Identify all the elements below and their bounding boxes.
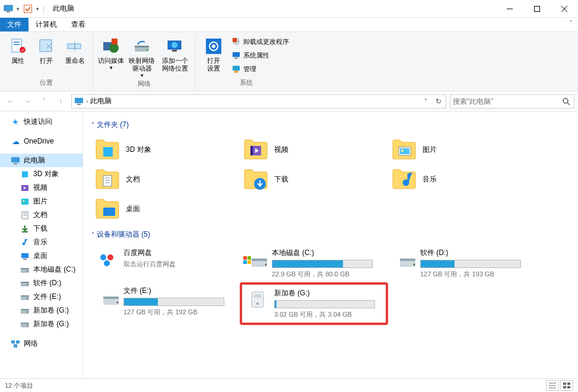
sidebar-item-label: 文件 (E:) <box>33 292 61 302</box>
sidebar-item-onedrive[interactable]: ☁ OneDrive <box>0 135 82 148</box>
item-icon <box>20 197 30 206</box>
svg-point-59 <box>27 311 28 313</box>
properties-icon <box>8 37 27 56</box>
sidebar-item[interactable]: 本地磁盘 (C:) <box>0 263 82 276</box>
sidebar-item[interactable]: 桌面 <box>0 249 82 263</box>
drive-name: 百度网盘 <box>123 248 236 258</box>
section-drives-header[interactable]: ˅ 设备和驱动器 (5) <box>91 227 570 244</box>
tab-view[interactable]: 查看 <box>64 18 93 31</box>
monitor-net-icon <box>166 37 185 56</box>
svg-rect-86 <box>243 260 247 264</box>
drive-item[interactable]: 本地磁盘 (C:)22.9 GB 可用，共 80.0 GB <box>240 244 388 282</box>
svg-rect-84 <box>243 256 247 260</box>
folder-item[interactable]: 图片 <box>388 135 536 164</box>
sidebar-item[interactable]: 软件 (D:) <box>0 276 82 290</box>
folder-icon <box>95 137 120 162</box>
item-icon <box>20 211 30 220</box>
svg-rect-63 <box>11 340 15 343</box>
chevron-down-icon: ▾ <box>110 65 113 71</box>
sidebar-item-label: 下载 <box>33 224 47 234</box>
uninstall-button[interactable]: 卸载或更改程序 <box>229 36 291 47</box>
recent-dropdown[interactable]: ˅ <box>37 94 51 109</box>
minimize-button[interactable] <box>496 0 523 18</box>
svg-point-15 <box>109 43 119 53</box>
sidebar-item[interactable]: 图片 <box>0 195 82 208</box>
maximize-button[interactable] <box>523 0 551 18</box>
sidebar-item[interactable]: 3D 对象 <box>0 167 82 181</box>
tab-computer[interactable]: 计算机 <box>28 18 64 31</box>
refresh-button[interactable]: ↻ <box>433 95 444 107</box>
forward-button[interactable]: → <box>20 94 34 109</box>
drive-item[interactable]: 软件 (D:)127 GB 可用，共 193 GB <box>388 244 536 282</box>
breadcrumb[interactable]: › 此电脑 ˅ ↻ <box>71 94 446 109</box>
breadcrumb-dropdown[interactable]: ˅ <box>420 95 431 107</box>
sidebar-item[interactable]: 新加卷 (G:) <box>0 304 82 317</box>
close-button[interactable] <box>551 0 578 18</box>
dropdown-icon[interactable]: ▾ <box>17 6 20 12</box>
open-button[interactable]: 打开 <box>33 34 59 65</box>
checkbox-icon[interactable] <box>23 4 33 14</box>
view-details-button[interactable] <box>546 380 559 391</box>
svg-rect-58 <box>21 309 29 310</box>
search-box[interactable] <box>450 94 574 109</box>
sidebar-item-quickaccess[interactable]: ★ 快速访问 <box>0 115 82 129</box>
item-icon <box>20 224 30 234</box>
map-network-button[interactable]: 映射网络 驱动器 ▾ <box>126 34 157 78</box>
folder-item[interactable]: 桌面 <box>91 194 240 224</box>
chevron-right-icon[interactable]: › <box>86 98 88 104</box>
section-folders-header[interactable]: ˅ 文件夹 (7) <box>91 117 570 135</box>
svg-rect-9 <box>14 44 20 45</box>
folder-item[interactable]: 音乐 <box>388 164 536 194</box>
add-netloc-button[interactable]: 添加一个 网络位置 <box>160 34 190 72</box>
sidebar-item-label: 视频 <box>33 183 47 193</box>
sidebar-item[interactable]: 下载 <box>0 222 82 235</box>
sysprops-button[interactable]: 系统属性 <box>229 49 291 61</box>
access-media-button[interactable]: 访问媒体 ▾ <box>98 34 124 71</box>
sidebar-item[interactable]: 文件 (E:) <box>0 290 82 304</box>
svg-rect-104 <box>567 383 570 385</box>
drive-item[interactable]: 文件 (E:)127 GB 可用，共 192 GB <box>91 282 240 325</box>
drive-name: 本地磁盘 (C:) <box>272 248 385 258</box>
search-input[interactable] <box>453 97 561 106</box>
sidebar-item[interactable]: 音乐 <box>0 235 82 249</box>
svg-point-33 <box>563 98 568 103</box>
svg-rect-105 <box>563 386 566 388</box>
folder-item[interactable]: 下载 <box>240 164 388 194</box>
properties-button[interactable]: 属性 <box>5 34 31 65</box>
svg-point-83 <box>104 260 110 266</box>
view-icons-button[interactable] <box>560 380 573 391</box>
folder-item[interactable]: 视频 <box>240 135 388 164</box>
ribbon-collapse-icon[interactable]: ˆ <box>570 20 572 28</box>
drive-item[interactable]: 新加卷 (G:)3.02 GB 可用，共 3.04 GB <box>240 282 388 325</box>
tab-file[interactable]: 文件 <box>0 18 28 31</box>
svg-rect-0 <box>4 5 12 11</box>
up-button[interactable]: ↑ <box>53 94 68 109</box>
folder-icon <box>95 196 120 221</box>
sidebar-item[interactable]: 文档 <box>0 208 82 222</box>
folder-item[interactable]: 文档 <box>91 164 240 194</box>
body: ★ 快速访问 ☁ OneDrive 此电脑 3D 对象视频图片文档下载音乐桌面本… <box>0 111 578 378</box>
svg-rect-2 <box>24 5 32 12</box>
search-icon[interactable] <box>561 96 571 107</box>
drive-item[interactable]: 百度网盘双击运行百度网盘 <box>91 244 240 282</box>
drive-capacity-text: 22.9 GB 可用，共 80.0 GB <box>272 270 385 279</box>
chevron-down-icon: ˅ <box>91 231 94 238</box>
manage-icon <box>231 64 241 74</box>
sidebar-item[interactable]: 视频 <box>0 181 82 195</box>
folder-item[interactable]: 3D 对象 <box>91 135 240 164</box>
drive-name: 文件 (E:) <box>123 286 236 296</box>
svg-rect-35 <box>11 157 20 162</box>
sidebar-item-network[interactable]: 网络 <box>0 337 82 350</box>
rename-button[interactable]: 重命名 <box>62 34 88 65</box>
open-settings-button[interactable]: 打开 设置 <box>201 34 227 72</box>
breadcrumb-text[interactable]: 此电脑 <box>90 96 112 106</box>
svg-rect-12 <box>68 44 81 49</box>
manage-button[interactable]: 管理 <box>229 63 291 75</box>
sidebar-item[interactable]: 新加卷 (G:) <box>0 317 82 331</box>
dropdown-icon[interactable]: ▾ <box>36 6 39 12</box>
back-button[interactable]: ← <box>4 94 18 109</box>
network-icon <box>11 339 20 349</box>
ribbon: 属性 打开 重命名 位置 访问媒体 ▾ 映射网络 驱动器 ▾ <box>0 32 578 91</box>
sidebar-item-thispc[interactable]: 此电脑 <box>0 154 82 167</box>
svg-rect-29 <box>234 58 238 59</box>
